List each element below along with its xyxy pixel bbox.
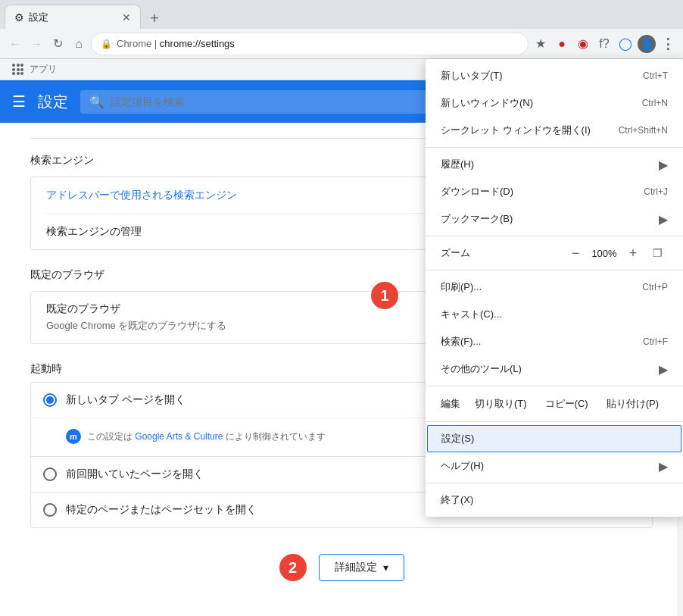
bookmarks-arrow: ▶	[659, 212, 668, 227]
paste-button[interactable]: 貼り付け(P)	[597, 392, 668, 415]
radio-prev[interactable]	[43, 467, 57, 481]
home-button[interactable]: ⌂	[70, 35, 88, 53]
address-bar[interactable]: 🔒 Chrome | chrome://settings	[91, 33, 529, 55]
edit-label: 編集	[441, 397, 460, 411]
settings-label: 設定(S)	[441, 432, 474, 446]
menu-divider-5	[426, 421, 683, 422]
details-button[interactable]: 詳細設定 ▾	[319, 554, 404, 581]
profile-icon[interactable]: 👤	[638, 35, 656, 53]
extension-icon-question[interactable]: f?	[595, 35, 613, 53]
forward-button[interactable]: →	[27, 35, 45, 53]
history-label: 履歴(H)	[441, 158, 474, 171]
menu-item-zoom: ズーム − 100% + ❐	[426, 239, 683, 267]
menu-item-new-window[interactable]: 新しいウィンドウ(N) Ctrl+N	[426, 89, 683, 117]
menu-divider-6	[426, 483, 683, 483]
details-button-label: 詳細設定	[335, 561, 377, 574]
reload-button[interactable]: ↻	[48, 35, 67, 53]
radio-specific[interactable]	[43, 503, 57, 517]
settings-page-title: 設定	[38, 92, 68, 112]
menu-item-quit[interactable]: 終了(X)	[426, 486, 683, 514]
zoom-expand-button[interactable]: ❐	[647, 242, 668, 264]
active-tab[interactable]: ⚙ 設定 ✕	[5, 5, 141, 29]
help-arrow: ▶	[659, 459, 668, 474]
menu-item-history[interactable]: 履歴(H) ▶	[426, 151, 683, 178]
menu-item-find[interactable]: 検索(F)... Ctrl+F	[426, 328, 683, 355]
new-window-label: 新しいウィンドウ(N)	[441, 96, 533, 110]
print-shortcut: Ctrl+P	[642, 282, 668, 292]
extension-icon-blue[interactable]: ◯	[616, 35, 635, 53]
menu-divider-1	[426, 147, 683, 148]
downloads-label: ダウンロード(D)	[441, 185, 513, 199]
new-tab-button[interactable]: +	[144, 8, 165, 29]
new-tab-label: 新しいタブ(T)	[441, 69, 503, 83]
menu-button[interactable]: ⋮	[659, 35, 677, 53]
apps-grid-icon[interactable]	[12, 64, 23, 75]
info-link[interactable]: Google Arts & Culture	[135, 431, 223, 442]
bottom-actions: 2 詳細設定 ▾	[30, 546, 653, 589]
tab-favicon: ⚙	[14, 11, 24, 23]
incognito-label: シークレット ウィンドウを開く(I)	[441, 124, 591, 137]
settings-search-bar[interactable]: 🔍	[80, 90, 429, 114]
menu-divider-3	[426, 270, 683, 270]
menu-item-help[interactable]: ヘルプ(H) ▶	[426, 452, 683, 480]
more-tools-label: その他のツール(L)	[441, 362, 522, 376]
settings-search-icon: 🔍	[89, 95, 104, 109]
badge-2: 2	[279, 554, 307, 581]
radio-new-tab[interactable]	[43, 393, 57, 407]
dropdown-menu: 新しいタブ(T) Ctrl+T 新しいウィンドウ(N) Ctrl+N シークレッ…	[426, 59, 683, 517]
zoom-label: ズーム	[441, 246, 470, 260]
info-icon: m	[66, 429, 81, 444]
history-arrow: ▶	[659, 158, 668, 172]
new-tab-shortcut: Ctrl+T	[643, 70, 668, 81]
copy-button[interactable]: コピー(C)	[536, 392, 597, 415]
bookmarks-label: ブックマーク(B)	[441, 212, 513, 226]
zoom-plus-button[interactable]: +	[622, 242, 644, 264]
bookmark-star-icon[interactable]: ★	[532, 35, 550, 53]
tab-bar: ⚙ 設定 ✕ +	[0, 0, 683, 29]
back-button[interactable]: ←	[6, 35, 24, 53]
menu-item-incognito[interactable]: シークレット ウィンドウを開く(I) Ctrl+Shift+N	[426, 117, 683, 144]
menu-divider-2	[426, 236, 683, 236]
menu-item-print[interactable]: 印刷(P)... Ctrl+P	[426, 274, 683, 301]
address-text: Chrome | chrome://settings	[117, 38, 235, 49]
menu-item-bookmarks[interactable]: ブックマーク(B) ▶	[426, 205, 683, 233]
extension-icon-shield[interactable]: ◉	[574, 35, 592, 53]
menu-item-downloads[interactable]: ダウンロード(D) Ctrl+J	[426, 178, 683, 205]
find-shortcut: Ctrl+F	[643, 336, 668, 347]
menu-item-more-tools[interactable]: その他のツール(L) ▶	[426, 355, 683, 383]
details-arrow-icon: ▾	[383, 561, 388, 574]
downloads-shortcut: Ctrl+J	[644, 186, 668, 197]
zoom-value: 100%	[589, 248, 619, 259]
zoom-minus-button[interactable]: −	[565, 242, 586, 264]
new-window-shortcut: Ctrl+N	[642, 98, 668, 108]
dropdown-overlay[interactable]: 新しいタブ(T) Ctrl+T 新しいウィンドウ(N) Ctrl+N シークレッ…	[426, 59, 683, 517]
menu-item-edit-row: 編集 切り取り(T) コピー(C) 貼り付け(P)	[426, 389, 683, 418]
cut-button[interactable]: 切り取り(T)	[466, 392, 536, 415]
radio-specific-label: 特定のページまたはページセットを開く	[66, 503, 257, 517]
extension-icon-red[interactable]: ●	[553, 35, 571, 53]
manage-search-engines-text[interactable]: 検索エンジンの管理	[46, 225, 142, 237]
menu-item-new-tab[interactable]: 新しいタブ(T) Ctrl+T	[426, 62, 683, 89]
apps-label: アプリ	[30, 63, 57, 76]
tab-title: 設定	[29, 11, 48, 24]
print-label: 印刷(P)...	[441, 280, 482, 294]
radio-new-tab-label: 新しいタブ ページを開く	[66, 393, 186, 407]
lock-icon: 🔒	[101, 39, 112, 49]
hamburger-icon[interactable]: ☰	[12, 92, 26, 111]
zoom-controls: − 100% + ❐	[565, 242, 668, 264]
tab-close-icon[interactable]: ✕	[122, 11, 131, 23]
menu-item-cast[interactable]: キャスト(C)...	[426, 301, 683, 328]
badge-1: 1	[371, 282, 398, 309]
find-label: 検索(F)...	[441, 335, 481, 349]
cast-label: キャスト(C)...	[441, 308, 502, 321]
help-label: ヘルプ(H)	[441, 459, 484, 473]
radio-prev-label: 前回開いていたページを開く	[66, 467, 204, 481]
menu-item-settings[interactable]: 設定(S)	[427, 425, 681, 452]
toolbar: ← → ↻ ⌂ 🔒 Chrome | chrome://settings ★ ●…	[0, 29, 683, 59]
quit-label: 終了(X)	[441, 493, 473, 507]
more-tools-arrow: ▶	[659, 362, 668, 377]
address-bar-search-link[interactable]: アドレスバーで使用される検索エンジン	[46, 189, 237, 201]
menu-divider-4	[426, 386, 683, 386]
incognito-shortcut: Ctrl+Shift+N	[619, 125, 668, 136]
settings-search-input[interactable]	[111, 95, 419, 108]
